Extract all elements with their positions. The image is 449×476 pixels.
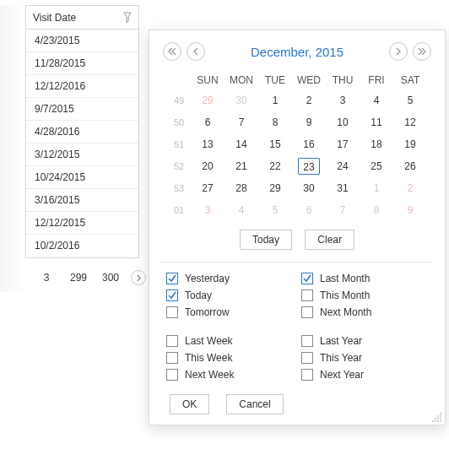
calendar-day[interactable]: 3 — [326, 89, 360, 111]
filter-icon[interactable] — [123, 12, 132, 24]
cancel-button[interactable]: Cancel — [226, 394, 283, 414]
calendar-day[interactable]: 12 — [393, 111, 427, 133]
clear-button[interactable]: Clear — [305, 230, 354, 250]
filter-next-week[interactable]: Next Week — [166, 369, 293, 381]
calendar-day[interactable]: 29 — [258, 177, 292, 199]
calendar-day[interactable]: 20 — [191, 155, 224, 177]
calendar-day[interactable]: 13 — [191, 133, 224, 155]
calendar-day[interactable]: 15 — [258, 133, 292, 155]
filter-last-year[interactable]: Last Year — [301, 335, 428, 347]
calendar-dow: WED — [292, 71, 326, 89]
grid-column-header[interactable]: Visit Date — [26, 6, 138, 30]
calendar-day[interactable]: 4 — [224, 199, 258, 221]
calendar-day[interactable]: 5 — [258, 199, 292, 221]
svg-point-1 — [437, 415, 439, 417]
pager-next-icon[interactable] — [131, 270, 146, 285]
calendar-day[interactable]: 29 — [191, 89, 224, 111]
prev-month-icon[interactable] — [187, 42, 205, 61]
calendar-day[interactable]: 11 — [360, 111, 393, 133]
calendar-day[interactable]: 23 — [292, 155, 326, 177]
calendar-day[interactable]: 21 — [224, 155, 258, 177]
calendar-day[interactable]: 8 — [258, 111, 292, 133]
next-year-icon[interactable] — [413, 42, 431, 61]
filter-this-month[interactable]: This Month — [301, 289, 428, 301]
filter-this-week[interactable]: This Week — [166, 352, 293, 364]
calendar-day[interactable]: 2 — [292, 89, 326, 111]
grid-row[interactable]: 10/2/2016 — [26, 235, 138, 257]
calendar-day[interactable]: 19 — [393, 133, 427, 155]
grid-row[interactable]: 9/7/2015 — [26, 98, 138, 121]
grid-row[interactable]: 3/12/2015 — [26, 143, 138, 166]
calendar-day[interactable]: 30 — [224, 89, 258, 111]
svg-point-6 — [432, 420, 434, 422]
grid-row[interactable]: 4/28/2016 — [26, 121, 138, 143]
grid-row[interactable]: 4/23/2015 — [26, 30, 138, 52]
calendar-day[interactable]: 10 — [326, 111, 360, 133]
calendar-day[interactable]: 22 — [258, 155, 292, 177]
filter-today[interactable]: Today — [166, 289, 293, 301]
calendar-day[interactable]: 4 — [360, 89, 393, 111]
calendar-day[interactable]: 2 — [393, 177, 427, 199]
calendar-day[interactable]: 5 — [393, 89, 427, 111]
grid-row[interactable]: 11/28/2015 — [26, 52, 138, 75]
calendar-day[interactable]: 28 — [224, 177, 258, 199]
calendar-day[interactable]: 26 — [393, 155, 427, 177]
calendar-day[interactable]: 18 — [360, 133, 393, 155]
calendar-day[interactable]: 9 — [393, 199, 427, 221]
grid-row[interactable]: 3/16/2015 — [26, 189, 138, 212]
calendar-day[interactable]: 7 — [224, 111, 258, 133]
week-number: 01 — [167, 199, 191, 221]
calendar-dow: SUN — [191, 71, 224, 89]
calendar-dow: TUE — [258, 71, 292, 89]
calendar-day[interactable]: 8 — [360, 199, 393, 221]
checkbox-label: This Year — [320, 352, 362, 364]
prev-year-icon[interactable] — [163, 42, 181, 61]
filter-next-month[interactable]: Next Month — [301, 306, 428, 318]
svg-point-4 — [437, 418, 439, 419]
filter-tomorrow[interactable]: Tomorrow — [166, 306, 293, 318]
calendar-day[interactable]: 7 — [326, 199, 360, 221]
calendar-day[interactable]: 27 — [191, 177, 224, 199]
today-button[interactable]: Today — [240, 230, 292, 250]
svg-point-2 — [440, 415, 441, 417]
calendar-title[interactable]: December, 2015 — [251, 45, 344, 59]
page-number[interactable]: 3 — [36, 272, 57, 284]
week-number: 49 — [167, 89, 191, 111]
checkbox-icon — [166, 369, 178, 381]
calendar-day[interactable]: 1 — [258, 89, 292, 111]
calendar-day[interactable]: 3 — [191, 199, 224, 221]
resize-grip-icon[interactable] — [432, 412, 442, 422]
checkbox-label: Next Year — [320, 369, 364, 381]
calendar-day[interactable]: 30 — [292, 177, 326, 199]
calendar-day[interactable]: 25 — [360, 155, 393, 177]
filter-next-year[interactable]: Next Year — [301, 369, 428, 381]
filter-last-week[interactable]: Last Week — [166, 335, 293, 347]
filter-this-year[interactable]: This Year — [301, 352, 428, 364]
calendar-day[interactable]: 14 — [224, 133, 258, 155]
calendar-day[interactable]: 6 — [191, 111, 224, 133]
calendar-day[interactable]: 17 — [326, 133, 360, 155]
filter-last-month[interactable]: Last Month — [301, 273, 428, 284]
checkbox-label: This Week — [185, 352, 232, 364]
calendar-day[interactable]: 1 — [360, 177, 393, 199]
calendar-day[interactable]: 31 — [326, 177, 360, 199]
ok-button[interactable]: OK — [170, 394, 209, 414]
checkbox-label: Last Month — [320, 273, 370, 284]
calendar-day[interactable]: 24 — [326, 155, 360, 177]
checkbox-icon — [166, 273, 178, 284]
next-month-icon[interactable] — [389, 42, 408, 61]
page-number[interactable]: 300 — [100, 272, 121, 284]
grid-row[interactable]: 10/24/2015 — [26, 166, 138, 189]
quick-filter-group: YesterdayTodayTomorrowLast WeekThis Week… — [161, 273, 433, 381]
checkbox-icon — [301, 273, 313, 284]
page-number[interactable]: 299 — [68, 272, 89, 284]
grid-row[interactable]: 12/12/2016 — [26, 75, 138, 98]
pager: 3 299 300 — [24, 265, 142, 290]
calendar-day[interactable]: 6 — [292, 199, 326, 221]
calendar-day[interactable]: 9 — [292, 111, 326, 133]
svg-point-0 — [440, 413, 441, 414]
grid-row[interactable]: 12/12/2015 — [26, 212, 138, 235]
checkbox-icon — [301, 335, 313, 347]
filter-yesterday[interactable]: Yesterday — [166, 273, 293, 284]
calendar-day[interactable]: 16 — [292, 133, 326, 155]
